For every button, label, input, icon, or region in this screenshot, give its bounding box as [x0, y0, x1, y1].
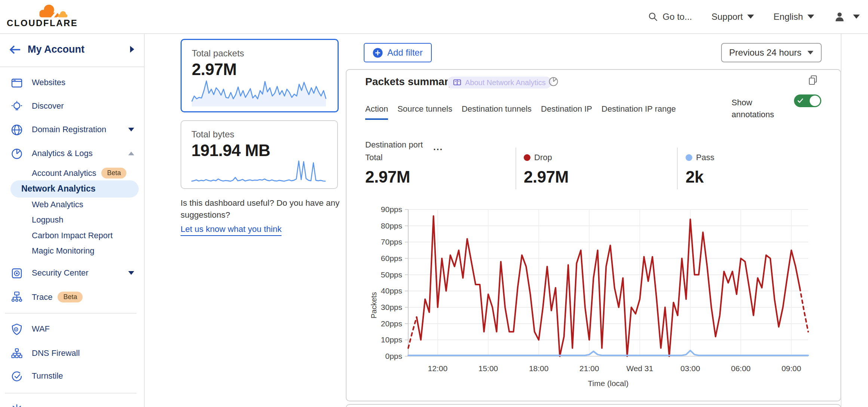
stat-pass-value: 2k	[686, 168, 714, 186]
websites-icon	[10, 77, 23, 89]
cloudflare-dashboard: CLOUDFLARE Go to... Support English	[0, 0, 868, 407]
support-menu[interactable]: Support	[711, 12, 754, 22]
goto-label: Go to...	[663, 12, 692, 22]
pass-dot	[686, 154, 692, 161]
hierarchy-icon	[10, 347, 23, 360]
toggle-knob	[810, 96, 820, 106]
add-filter-label: Add filter	[387, 47, 423, 58]
sidebar-divider	[5, 313, 136, 314]
back-arrow-icon[interactable]	[7, 43, 22, 56]
time-range-dropdown[interactable]: Previous 24 hours	[721, 43, 822, 62]
total-bytes-card[interactable]: Total bytes 191.94 MB	[181, 120, 338, 189]
svg-text:18:00: 18:00	[529, 364, 549, 373]
beta-badge: Beta	[101, 168, 126, 178]
svg-text:80pps: 80pps	[381, 221, 402, 230]
language-menu[interactable]: English	[773, 12, 814, 22]
sidebar-item-waf[interactable]: WAF	[0, 321, 144, 338]
data-info-icon[interactable]	[548, 77, 558, 88]
sidebar-item-label: Discover	[32, 101, 64, 111]
chevron-down-icon	[853, 15, 860, 19]
stat-pass: Pass 2k	[686, 153, 714, 186]
total-packets-value: 2.97M	[192, 60, 237, 79]
sidebar-item-domain-registration[interactable]: Domain Registration	[0, 122, 144, 138]
more-tabs-button[interactable]: ...	[433, 142, 443, 152]
sidebar-item-dns-firewall[interactable]: DNS Firewall	[0, 345, 144, 362]
feedback-block: Is this dashboard useful? Do you have an…	[181, 197, 341, 236]
total-bytes-value: 191.94 MB	[191, 141, 270, 160]
total-packets-label: Total packets	[192, 48, 244, 59]
svg-text:21:00: 21:00	[579, 364, 599, 373]
sidebar-divider	[5, 393, 136, 394]
support-label: Support	[711, 12, 743, 22]
chevron-down-icon	[128, 128, 134, 131]
stat-divider	[677, 147, 678, 189]
sidebar-item-discover[interactable]: Discover	[0, 98, 144, 115]
tab-destination-tunnels[interactable]: Destination tunnels	[462, 104, 532, 120]
main-content: Add filter Previous 24 hours Packets sum…	[346, 34, 841, 407]
tab-destination-port[interactable]: Destination port	[365, 140, 423, 154]
sidebar-item-partial[interactable]	[0, 398, 144, 407]
sidebar-item-analytics-logs[interactable]: Analytics & Logs	[0, 146, 144, 162]
tab-destination-ip[interactable]: Destination IP	[541, 104, 592, 120]
feedback-link[interactable]: Let us know what you think	[181, 223, 281, 236]
cloudflare-logo[interactable]: CLOUDFLARE	[7, 1, 78, 31]
total-packets-card[interactable]: Total packets 2.97M	[181, 39, 339, 112]
show-annotations-label: Show annotations	[732, 97, 788, 121]
lightbulb-icon	[10, 100, 23, 113]
annotations-toggle[interactable]	[794, 94, 821, 107]
add-filter-button[interactable]: Add filter	[364, 43, 432, 62]
sidebar-item-web-analytics[interactable]: Web Analytics	[0, 197, 144, 213]
stat-divider	[515, 147, 516, 189]
tab-source-tunnels[interactable]: Source tunnels	[397, 104, 452, 120]
sidebar-item-turnstile[interactable]: Turnstile	[0, 368, 144, 385]
sidebar: My Account Websites Discover Domain Regi…	[0, 34, 145, 407]
duplicate-panel-icon[interactable]	[807, 74, 819, 87]
check-circle-icon	[10, 370, 23, 383]
sidebar-item-network-analytics[interactable]: Network Analytics	[0, 180, 144, 198]
goto-search[interactable]: Go to...	[648, 12, 692, 22]
next-panel-edge	[346, 404, 841, 407]
sidebar-item-security-center[interactable]: Security Center	[0, 265, 144, 282]
sidebar-item-magic-monitoring[interactable]: Magic Monitoring	[0, 243, 144, 260]
feedback-question: Is this dashboard useful? Do you have an…	[181, 197, 341, 221]
sidebar-item-account-analytics[interactable]: Account AnalyticsBeta	[0, 165, 144, 181]
tab-destination-ip-range[interactable]: Destination IP range	[601, 104, 676, 120]
stat-total-label: Total	[365, 153, 382, 162]
tab-action[interactable]: Action	[365, 104, 388, 120]
stat-drop-label: Drop	[534, 153, 552, 162]
top-bar: CLOUDFLARE Go to... Support English	[0, 0, 868, 34]
chevron-down-icon	[807, 15, 814, 19]
sidebar-item-label: Security Center	[32, 268, 89, 278]
starburst-icon	[10, 402, 23, 407]
dimension-tabs-row2: Destination port ...	[365, 140, 443, 154]
account-header[interactable]: My Account	[0, 34, 144, 67]
sidebar-item-logpush[interactable]: Logpush	[0, 212, 144, 229]
sidebar-item-label: DNS Firewall	[32, 348, 80, 358]
chevron-down-icon	[128, 271, 134, 275]
sidebar-item-label: Network Analytics	[21, 184, 96, 194]
safe-icon	[10, 267, 23, 280]
about-network-analytics-pill[interactable]: About Network Analytics	[447, 77, 552, 88]
sidebar-item-carbon-impact[interactable]: Carbon Impact Report	[0, 228, 144, 244]
stat-total: Total 2.97M	[365, 153, 410, 186]
language-label: English	[773, 12, 803, 22]
trace-icon	[10, 291, 23, 303]
sidebar-item-trace[interactable]: TraceBeta	[0, 289, 144, 305]
svg-text:09:00: 09:00	[782, 364, 801, 373]
chevron-right-icon	[130, 46, 134, 53]
account-menu[interactable]	[834, 11, 860, 23]
beta-badge: Beta	[58, 292, 83, 302]
cloudflare-cloud-icon	[35, 3, 71, 19]
svg-text:Time (local): Time (local)	[588, 379, 629, 388]
dimension-tabs: Action Source tunnels Destination tunnel…	[365, 104, 676, 120]
svg-text:0pps: 0pps	[385, 352, 402, 360]
check-icon	[797, 97, 804, 104]
stat-pass-label: Pass	[696, 153, 714, 162]
chevron-up-icon	[128, 152, 134, 155]
sidebar-item-label: Analytics & Logs	[32, 149, 93, 158]
svg-text:30pps: 30pps	[381, 303, 402, 311]
sidebar-item-websites[interactable]: Websites	[0, 75, 144, 91]
stat-drop: Drop 2.97M	[524, 153, 569, 186]
svg-text:Packets: Packets	[370, 292, 378, 319]
svg-text:06:00: 06:00	[731, 364, 751, 373]
